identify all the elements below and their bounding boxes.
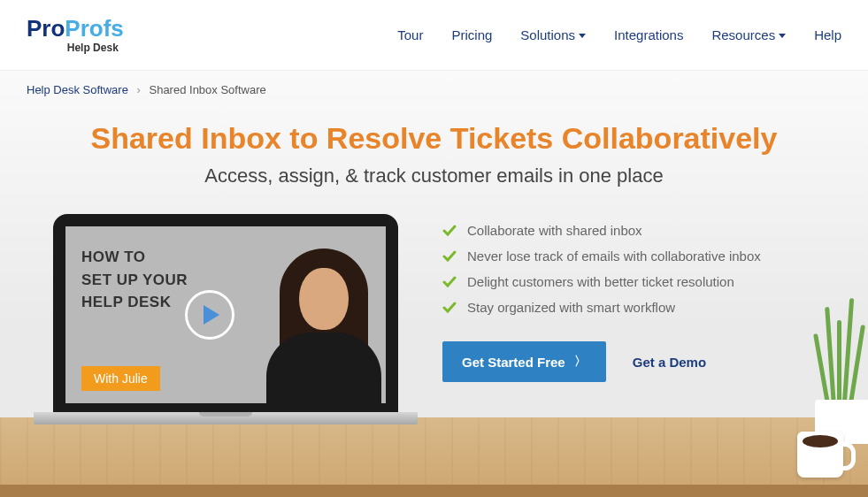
chevron-down-icon <box>779 34 786 38</box>
page-title: Shared Inbox to Resolve Tickets Collabor… <box>0 121 868 156</box>
breadcrumb-current: Shared Inbox Software <box>149 83 265 96</box>
feature-item: Never lose track of emails with collabor… <box>442 248 833 264</box>
header: ProProfs Help Desk Tour Pricing Solution… <box>0 0 868 71</box>
presenter-image <box>262 248 386 403</box>
hero-body: HOW TO SET UP YOUR HELP DESK With Julie … <box>0 187 868 424</box>
feature-item: Collaborate with shared inbox <box>442 223 833 238</box>
breadcrumb-root[interactable]: Help Desk Software <box>27 83 128 96</box>
feature-item: Stay organized with smart workflow <box>442 300 833 315</box>
breadcrumb-separator: › <box>137 83 141 96</box>
check-icon <box>442 224 457 238</box>
check-icon <box>442 249 457 264</box>
presenter-badge: With Julie <box>81 366 160 391</box>
feature-list: Collaborate with shared inbox Never lose… <box>442 223 833 315</box>
main-nav: Tour Pricing Solutions Integrations Reso… <box>397 27 841 42</box>
logo-text-pro: Pro <box>27 15 65 42</box>
mug-graphic <box>797 432 843 478</box>
nav-pricing[interactable]: Pricing <box>451 27 492 42</box>
laptop-base <box>34 412 418 424</box>
video-line3: HELP DESK <box>81 291 188 314</box>
hero: Help Desk Software › Shared Inbox Softwa… <box>0 71 868 497</box>
desk-graphic <box>0 417 868 497</box>
feature-item: Delight customers with better ticket res… <box>442 274 833 289</box>
play-button[interactable] <box>185 290 234 340</box>
video-line2: SET UP YOUR <box>81 269 188 292</box>
logo[interactable]: ProProfs Help Desk <box>27 17 124 54</box>
chevron-right-icon: 〉 <box>574 354 587 370</box>
laptop-graphic: HOW TO SET UP YOUR HELP DESK With Julie <box>53 214 398 424</box>
video-thumbnail[interactable]: HOW TO SET UP YOUR HELP DESK With Julie <box>65 226 386 403</box>
get-demo-link[interactable]: Get a Demo <box>633 355 706 370</box>
check-icon <box>442 301 457 315</box>
nav-resources[interactable]: Resources <box>711 27 786 42</box>
video-line1: HOW TO <box>81 246 188 269</box>
cta-row: Get Started Free 〉 Get a Demo <box>442 341 833 382</box>
check-icon <box>442 275 457 289</box>
nav-integrations[interactable]: Integrations <box>614 27 683 42</box>
chevron-down-icon <box>579 34 586 38</box>
feature-panel: Collaborate with shared inbox Never lose… <box>442 214 833 424</box>
play-icon <box>204 305 219 325</box>
get-started-button[interactable]: Get Started Free 〉 <box>442 341 606 382</box>
logo-subtext: Help Desk <box>67 42 119 54</box>
logo-text-profs: Profs <box>65 15 123 42</box>
nav-tour[interactable]: Tour <box>397 27 423 42</box>
breadcrumb: Help Desk Software › Shared Inbox Softwa… <box>0 71 868 109</box>
nav-solutions[interactable]: Solutions <box>520 27 586 42</box>
page-subtitle: Access, assign, & track customer emails … <box>0 164 868 187</box>
nav-help[interactable]: Help <box>814 27 841 42</box>
plant-graphic <box>806 285 868 444</box>
